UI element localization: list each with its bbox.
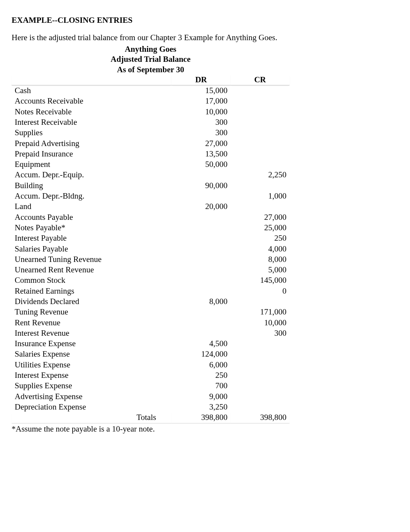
totals-dr: 398,800 <box>171 412 230 423</box>
dr-cell: 90,000 <box>171 180 230 191</box>
dr-cell: 250 <box>171 370 230 381</box>
table-header-row: DR CR <box>12 75 290 85</box>
account-cell: Notes Payable* <box>12 223 171 233</box>
table-row: Cash15,000 <box>12 85 290 96</box>
table-row: Unearned Tuning Revenue8,000 <box>12 254 290 265</box>
account-cell: Cash <box>12 85 171 96</box>
trial-balance-block: Anything Goes Adjusted Trial Balance As … <box>12 44 290 423</box>
cr-cell <box>230 85 290 96</box>
cr-cell <box>230 107 290 117</box>
cr-cell <box>230 338 290 349</box>
dr-cell <box>171 233 230 243</box>
dr-cell: 6,000 <box>171 360 230 370</box>
account-cell: Unearned Rent Revenue <box>12 265 171 275</box>
dr-cell <box>171 265 230 275</box>
cr-cell <box>230 370 290 381</box>
cr-cell: 4,000 <box>230 244 290 254</box>
cr-cell <box>230 296 290 307</box>
account-cell: Advertising Expense <box>12 391 171 402</box>
cr-cell <box>230 201 290 212</box>
cr-cell: 250 <box>230 233 290 243</box>
cr-cell <box>230 349 290 359</box>
table-row: Notes Receivable10,000 <box>12 107 290 117</box>
dr-cell: 20,000 <box>171 201 230 212</box>
dr-cell: 13,500 <box>171 149 230 159</box>
tb-title-line3: As of September 30 <box>12 65 290 75</box>
cr-cell <box>230 127 290 138</box>
cr-cell <box>230 402 290 412</box>
account-cell: Prepaid Advertising <box>12 138 171 149</box>
account-cell: Accum. Depr.-Equip. <box>12 170 171 180</box>
totals-label: Totals <box>12 412 171 423</box>
account-cell: Salaries Payable <box>12 244 171 254</box>
cr-cell <box>230 96 290 106</box>
dr-cell: 10,000 <box>171 107 230 117</box>
table-row: Supplies300 <box>12 127 290 138</box>
tb-title-line1: Anything Goes <box>12 44 290 54</box>
cr-cell: 0 <box>230 286 290 296</box>
col-header-account <box>12 75 171 85</box>
account-cell: Rent Revenue <box>12 318 171 328</box>
table-row: Accounts Receivable17,000 <box>12 96 290 106</box>
account-cell: Unearned Tuning Revenue <box>12 254 171 265</box>
table-row: Depreciation Expense3,250 <box>12 402 290 412</box>
dr-cell: 27,000 <box>171 138 230 149</box>
cr-cell: 5,000 <box>230 265 290 275</box>
dr-cell: 300 <box>171 117 230 127</box>
account-cell: Accounts Receivable <box>12 96 171 106</box>
table-row: Prepaid Advertising27,000 <box>12 138 290 149</box>
cr-cell: 25,000 <box>230 223 290 233</box>
dr-cell <box>171 212 230 223</box>
account-cell: Supplies <box>12 127 171 138</box>
table-row: Rent Revenue10,000 <box>12 318 290 328</box>
dr-cell: 8,000 <box>171 296 230 307</box>
trial-balance-table: DR CR Cash15,000Accounts Receivable17,00… <box>12 75 290 423</box>
cr-cell <box>230 391 290 402</box>
dr-cell <box>171 328 230 338</box>
totals-cr: 398,800 <box>230 412 290 423</box>
table-row: Accum. Depr.-Bldng.1,000 <box>12 191 290 201</box>
table-row: Interest Revenue300 <box>12 328 290 338</box>
intro-text: Here is the adjusted trial balance from … <box>12 33 398 42</box>
trial-balance-title: Anything Goes Adjusted Trial Balance As … <box>12 44 290 75</box>
dr-cell <box>171 170 230 180</box>
table-row: Salaries Payable4,000 <box>12 244 290 254</box>
table-row: Prepaid Insurance13,500 <box>12 149 290 159</box>
account-cell: Supplies Expense <box>12 381 171 391</box>
table-row: Common Stock145,000 <box>12 275 290 286</box>
dr-cell <box>171 191 230 201</box>
account-cell: Accum. Depr.-Bldng. <box>12 191 171 201</box>
dr-cell <box>171 318 230 328</box>
dr-cell: 15,000 <box>171 85 230 96</box>
account-cell: Common Stock <box>12 275 171 286</box>
dr-cell: 700 <box>171 381 230 391</box>
table-row: Unearned Rent Revenue5,000 <box>12 265 290 275</box>
table-row: Interest Expense250 <box>12 370 290 381</box>
cr-cell: 145,000 <box>230 275 290 286</box>
account-cell: Salaries Expense <box>12 349 171 359</box>
dr-cell: 4,500 <box>171 338 230 349</box>
table-row: Utilities Expense6,000 <box>12 360 290 370</box>
account-cell: Interest Payable <box>12 233 171 243</box>
dr-cell: 300 <box>171 127 230 138</box>
table-row: Supplies Expense700 <box>12 381 290 391</box>
cr-cell <box>230 360 290 370</box>
cr-cell: 27,000 <box>230 212 290 223</box>
account-cell: Building <box>12 180 171 191</box>
account-cell: Utilities Expense <box>12 360 171 370</box>
dr-cell <box>171 275 230 286</box>
account-cell: Depreciation Expense <box>12 402 171 412</box>
account-cell: Interest Revenue <box>12 328 171 338</box>
table-row: Accounts Payable27,000 <box>12 212 290 223</box>
cr-cell <box>230 381 290 391</box>
account-cell: Accounts Payable <box>12 212 171 223</box>
cr-cell: 8,000 <box>230 254 290 265</box>
table-row: Tuning Revenue171,000 <box>12 307 290 317</box>
cr-cell <box>230 159 290 170</box>
dr-cell <box>171 254 230 265</box>
dr-cell: 50,000 <box>171 159 230 170</box>
table-row: Salaries Expense124,000 <box>12 349 290 359</box>
account-cell: Tuning Revenue <box>12 307 171 317</box>
dr-cell <box>171 244 230 254</box>
account-cell: Dividends Declared <box>12 296 171 307</box>
